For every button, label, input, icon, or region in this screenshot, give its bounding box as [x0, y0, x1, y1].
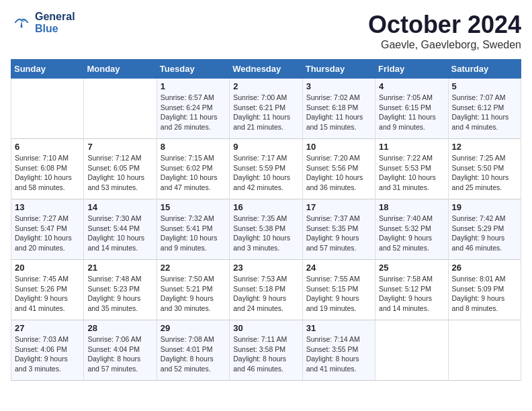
calendar-week-row: 27Sunrise: 7:03 AM Sunset: 4:06 PM Dayli… [11, 320, 521, 381]
calendar-cell [11, 79, 84, 139]
logo: General Blue [11, 11, 75, 34]
calendar-cell: 27Sunrise: 7:03 AM Sunset: 4:06 PM Dayli… [11, 320, 84, 381]
day-number: 10 [306, 142, 371, 152]
calendar-cell: 8Sunrise: 7:15 AM Sunset: 6:02 PM Daylig… [157, 139, 229, 199]
day-info: Sunrise: 7:42 AM Sunset: 5:29 PM Dayligh… [452, 214, 517, 253]
day-info: Sunrise: 7:48 AM Sunset: 5:23 PM Dayligh… [87, 274, 152, 314]
calendar-cell: 24Sunrise: 7:55 AM Sunset: 5:15 PM Dayli… [302, 260, 375, 320]
calendar-cell: 5Sunrise: 7:07 AM Sunset: 6:12 PM Daylig… [448, 79, 521, 139]
day-number: 20 [15, 263, 80, 273]
day-number: 28 [87, 323, 152, 333]
calendar-week-row: 1Sunrise: 6:57 AM Sunset: 6:24 PM Daylig… [11, 79, 521, 139]
day-number: 8 [161, 142, 226, 152]
calendar-cell: 30Sunrise: 7:11 AM Sunset: 3:58 PM Dayli… [230, 320, 302, 381]
day-number: 22 [161, 263, 226, 273]
calendar-cell: 28Sunrise: 7:06 AM Sunset: 4:04 PM Dayli… [84, 320, 157, 381]
day-info: Sunrise: 7:14 AM Sunset: 3:55 PM Dayligh… [306, 334, 371, 374]
calendar-cell: 21Sunrise: 7:48 AM Sunset: 5:23 PM Dayli… [84, 260, 157, 320]
day-number: 6 [15, 142, 80, 152]
calendar-cell: 31Sunrise: 7:14 AM Sunset: 3:55 PM Dayli… [302, 320, 375, 381]
logo-icon [11, 12, 32, 34]
calendar-cell: 2Sunrise: 7:00 AM Sunset: 6:21 PM Daylig… [230, 79, 302, 139]
day-number: 24 [306, 263, 371, 273]
calendar-cell: 6Sunrise: 7:10 AM Sunset: 6:08 PM Daylig… [11, 139, 84, 199]
day-number: 29 [161, 323, 226, 333]
calendar-cell: 10Sunrise: 7:20 AM Sunset: 5:56 PM Dayli… [302, 139, 375, 199]
day-info: Sunrise: 7:11 AM Sunset: 3:58 PM Dayligh… [233, 334, 298, 374]
day-number: 27 [15, 323, 80, 333]
header: General Blue October 2024 Gaevle, Gaevle… [11, 11, 521, 51]
weekday-header: Thursday [302, 60, 375, 79]
day-info: Sunrise: 7:15 AM Sunset: 6:02 PM Dayligh… [161, 153, 226, 193]
calendar-cell [375, 320, 448, 381]
day-number: 23 [233, 263, 298, 273]
day-info: Sunrise: 7:30 AM Sunset: 5:44 PM Dayligh… [87, 214, 152, 253]
day-info: Sunrise: 7:40 AM Sunset: 5:32 PM Dayligh… [379, 214, 444, 253]
day-number: 30 [233, 323, 298, 333]
calendar-cell: 22Sunrise: 7:50 AM Sunset: 5:21 PM Dayli… [157, 260, 229, 320]
location-subtitle: Gaevle, Gaevleborg, Sweden [368, 39, 521, 51]
weekday-header-row: SundayMondayTuesdayWednesdayThursdayFrid… [11, 60, 521, 79]
calendar-cell: 26Sunrise: 8:01 AM Sunset: 5:09 PM Dayli… [448, 260, 521, 320]
day-number: 18 [379, 202, 444, 212]
day-info: Sunrise: 7:53 AM Sunset: 5:18 PM Dayligh… [233, 274, 298, 314]
calendar-cell: 3Sunrise: 7:02 AM Sunset: 6:18 PM Daylig… [302, 79, 375, 139]
calendar-cell [84, 79, 157, 139]
day-info: Sunrise: 7:32 AM Sunset: 5:41 PM Dayligh… [161, 214, 226, 253]
calendar-cell: 25Sunrise: 7:58 AM Sunset: 5:12 PM Dayli… [375, 260, 448, 320]
day-number: 2 [233, 81, 298, 91]
month-title: October 2024 [368, 11, 521, 39]
day-number: 31 [306, 323, 371, 333]
day-info: Sunrise: 7:17 AM Sunset: 5:59 PM Dayligh… [233, 153, 298, 193]
day-number: 26 [452, 263, 517, 273]
day-info: Sunrise: 7:45 AM Sunset: 5:26 PM Dayligh… [15, 274, 80, 314]
day-info: Sunrise: 7:35 AM Sunset: 5:38 PM Dayligh… [233, 214, 298, 253]
calendar-cell: 12Sunrise: 7:25 AM Sunset: 5:50 PM Dayli… [448, 139, 521, 199]
weekday-header: Friday [375, 60, 448, 79]
calendar-week-row: 6Sunrise: 7:10 AM Sunset: 6:08 PM Daylig… [11, 139, 521, 199]
day-info: Sunrise: 7:37 AM Sunset: 5:35 PM Dayligh… [306, 214, 371, 253]
weekday-header: Monday [84, 60, 157, 79]
day-info: Sunrise: 7:55 AM Sunset: 5:15 PM Dayligh… [306, 274, 371, 314]
calendar-cell: 18Sunrise: 7:40 AM Sunset: 5:32 PM Dayli… [375, 199, 448, 260]
day-number: 13 [15, 202, 80, 212]
calendar-cell: 14Sunrise: 7:30 AM Sunset: 5:44 PM Dayli… [84, 199, 157, 260]
day-info: Sunrise: 7:07 AM Sunset: 6:12 PM Dayligh… [452, 93, 517, 132]
day-number: 1 [161, 81, 226, 91]
day-number: 7 [87, 142, 152, 152]
weekday-header: Wednesday [230, 60, 302, 79]
title-area: October 2024 Gaevle, Gaevleborg, Sweden [368, 11, 521, 51]
day-number: 17 [306, 202, 371, 212]
day-number: 15 [161, 202, 226, 212]
weekday-header: Tuesday [157, 60, 229, 79]
day-number: 3 [306, 81, 371, 91]
calendar-cell: 11Sunrise: 7:22 AM Sunset: 5:53 PM Dayli… [375, 139, 448, 199]
calendar-cell: 17Sunrise: 7:37 AM Sunset: 5:35 PM Dayli… [302, 199, 375, 260]
day-info: Sunrise: 7:02 AM Sunset: 6:18 PM Dayligh… [306, 93, 371, 132]
day-info: Sunrise: 7:27 AM Sunset: 5:47 PM Dayligh… [15, 214, 80, 253]
day-info: Sunrise: 7:20 AM Sunset: 5:56 PM Dayligh… [306, 153, 371, 193]
calendar-cell: 4Sunrise: 7:05 AM Sunset: 6:15 PM Daylig… [375, 79, 448, 139]
day-info: Sunrise: 7:22 AM Sunset: 5:53 PM Dayligh… [379, 153, 444, 193]
day-info: Sunrise: 7:10 AM Sunset: 6:08 PM Dayligh… [15, 153, 80, 193]
calendar-cell: 1Sunrise: 6:57 AM Sunset: 6:24 PM Daylig… [157, 79, 229, 139]
calendar-cell: 16Sunrise: 7:35 AM Sunset: 5:38 PM Dayli… [230, 199, 302, 260]
weekday-header: Sunday [11, 60, 84, 79]
day-info: Sunrise: 7:03 AM Sunset: 4:06 PM Dayligh… [15, 334, 80, 374]
logo-text: General Blue [35, 11, 75, 34]
day-number: 19 [452, 202, 517, 212]
day-number: 21 [87, 263, 152, 273]
day-number: 12 [452, 142, 517, 152]
day-info: Sunrise: 8:01 AM Sunset: 5:09 PM Dayligh… [452, 274, 517, 314]
calendar-table: SundayMondayTuesdayWednesdayThursdayFrid… [11, 59, 521, 381]
day-info: Sunrise: 6:57 AM Sunset: 6:24 PM Dayligh… [161, 93, 226, 132]
day-number: 5 [452, 81, 517, 91]
day-info: Sunrise: 7:06 AM Sunset: 4:04 PM Dayligh… [87, 334, 152, 374]
day-number: 16 [233, 202, 298, 212]
day-number: 4 [379, 81, 444, 91]
calendar-cell: 23Sunrise: 7:53 AM Sunset: 5:18 PM Dayli… [230, 260, 302, 320]
weekday-header: Saturday [448, 60, 521, 79]
calendar-cell: 20Sunrise: 7:45 AM Sunset: 5:26 PM Dayli… [11, 260, 84, 320]
calendar-cell: 19Sunrise: 7:42 AM Sunset: 5:29 PM Dayli… [448, 199, 521, 260]
day-number: 11 [379, 142, 444, 152]
